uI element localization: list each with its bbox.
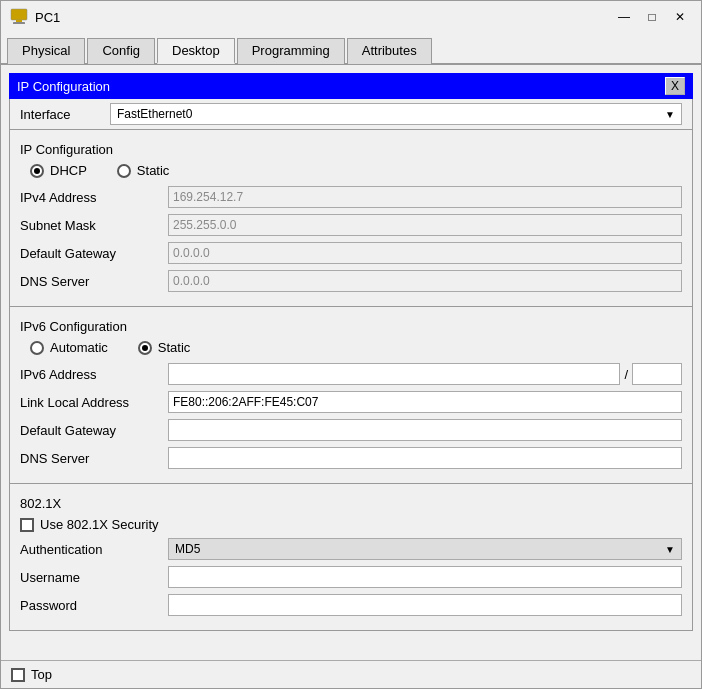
ipv6-address-row: IPv6 Address / — [20, 363, 682, 385]
main-window: PC1 — □ ✕ Physical Config Desktop Progra… — [0, 0, 702, 689]
title-bar-controls: — □ ✕ — [611, 7, 693, 27]
link-local-input[interactable] — [168, 391, 682, 413]
password-input[interactable] — [168, 594, 682, 616]
ipv4-dns-input[interactable] — [168, 270, 682, 292]
dhcp-label: DHCP — [50, 163, 87, 178]
ipv4-radio-row: DHCP Static — [30, 163, 682, 178]
main-content: IP Configuration X Interface FastEtherne… — [1, 65, 701, 660]
ipv6-section: IPv6 Configuration Automatic Static IPv6… — [9, 307, 693, 484]
subnet-mask-label: Subnet Mask — [20, 218, 160, 233]
tab-programming[interactable]: Programming — [237, 38, 345, 64]
tab-desktop[interactable]: Desktop — [157, 38, 235, 64]
top-label: Top — [31, 667, 52, 682]
ipv6-static-radio-circle — [138, 341, 152, 355]
ip-config-title: IP Configuration — [17, 79, 110, 94]
ip-config-close-button[interactable]: X — [665, 77, 685, 95]
username-input[interactable] — [168, 566, 682, 588]
ipv6-gateway-label: Default Gateway — [20, 423, 160, 438]
pc-icon — [9, 7, 29, 27]
ipv6-slash: / — [624, 367, 628, 382]
ipv6-automatic-radio-circle — [30, 341, 44, 355]
dot1x-checkbox-row: Use 802.1X Security — [20, 517, 682, 532]
interface-row: Interface FastEthernet0 ▼ — [9, 99, 693, 130]
ip-config-header-bar: IP Configuration X — [9, 73, 693, 99]
tab-bar: Physical Config Desktop Programming Attr… — [1, 33, 701, 65]
username-row: Username — [20, 566, 682, 588]
maximize-button[interactable]: □ — [639, 7, 665, 27]
dot1x-use-label: Use 802.1X Security — [40, 517, 159, 532]
svg-rect-1 — [16, 20, 22, 22]
tab-config[interactable]: Config — [87, 38, 155, 64]
ipv6-gateway-input[interactable] — [168, 419, 682, 441]
auth-chevron-icon: ▼ — [665, 544, 675, 555]
ipv6-automatic-radio[interactable]: Automatic — [30, 340, 108, 355]
ipv4-address-row: IPv4 Address — [20, 186, 682, 208]
close-window-button[interactable]: ✕ — [667, 7, 693, 27]
ipv6-section-title: IPv6 Configuration — [20, 319, 682, 334]
title-bar: PC1 — □ ✕ — [1, 1, 701, 33]
subnet-mask-input[interactable] — [168, 214, 682, 236]
ipv4-gateway-row: Default Gateway — [20, 242, 682, 264]
dot1x-section-title: 802.1X — [20, 496, 682, 511]
dhcp-radio-circle — [30, 164, 44, 178]
ipv4-dns-label: DNS Server — [20, 274, 160, 289]
minimize-button[interactable]: — — [611, 7, 637, 27]
ipv4-section: IP Configuration DHCP Static IPv4 Addres… — [9, 130, 693, 307]
ipv6-radio-row: Automatic Static — [30, 340, 682, 355]
tab-attributes[interactable]: Attributes — [347, 38, 432, 64]
link-local-row: Link Local Address — [20, 391, 682, 413]
auth-label: Authentication — [20, 542, 160, 557]
ipv4-section-title: IP Configuration — [20, 142, 682, 157]
ipv6-dns-input[interactable] — [168, 447, 682, 469]
ipv6-gateway-row: Default Gateway — [20, 419, 682, 441]
static-label: Static — [137, 163, 170, 178]
dot1x-section: 802.1X Use 802.1X Security Authenticatio… — [9, 484, 693, 631]
auth-row: Authentication MD5 ▼ — [20, 538, 682, 560]
svg-rect-0 — [11, 9, 27, 20]
ipv4-gateway-input[interactable] — [168, 242, 682, 264]
ipv6-prefix-input[interactable] — [632, 363, 682, 385]
ipv6-dns-row: DNS Server — [20, 447, 682, 469]
ipv6-address-input[interactable] — [168, 363, 620, 385]
window-title: PC1 — [35, 10, 60, 25]
password-row: Password — [20, 594, 682, 616]
ipv4-dns-row: DNS Server — [20, 270, 682, 292]
ipv4-address-label: IPv4 Address — [20, 190, 160, 205]
ipv6-static-radio[interactable]: Static — [138, 340, 191, 355]
dot1x-checkbox[interactable] — [20, 518, 34, 532]
chevron-down-icon: ▼ — [665, 109, 675, 120]
static-radio[interactable]: Static — [117, 163, 170, 178]
ipv4-address-input[interactable] — [168, 186, 682, 208]
auth-value: MD5 — [175, 542, 200, 556]
ipv4-gateway-label: Default Gateway — [20, 246, 160, 261]
dhcp-radio[interactable]: DHCP — [30, 163, 87, 178]
link-local-label: Link Local Address — [20, 395, 160, 410]
ipv6-static-label: Static — [158, 340, 191, 355]
bottom-bar: Top — [1, 660, 701, 688]
auth-select[interactable]: MD5 ▼ — [168, 538, 682, 560]
ipv6-address-label: IPv6 Address — [20, 367, 160, 382]
interface-select[interactable]: FastEthernet0 ▼ — [110, 103, 682, 125]
ipv6-automatic-label: Automatic — [50, 340, 108, 355]
static-radio-circle — [117, 164, 131, 178]
subnet-mask-row: Subnet Mask — [20, 214, 682, 236]
username-label: Username — [20, 570, 160, 585]
ipv6-address-inputs: / — [168, 363, 682, 385]
password-label: Password — [20, 598, 160, 613]
title-bar-left: PC1 — [9, 7, 60, 27]
interface-label: Interface — [20, 107, 100, 122]
ipv6-dns-label: DNS Server — [20, 451, 160, 466]
svg-rect-2 — [13, 22, 25, 24]
tab-physical[interactable]: Physical — [7, 38, 85, 64]
top-checkbox[interactable] — [11, 668, 25, 682]
